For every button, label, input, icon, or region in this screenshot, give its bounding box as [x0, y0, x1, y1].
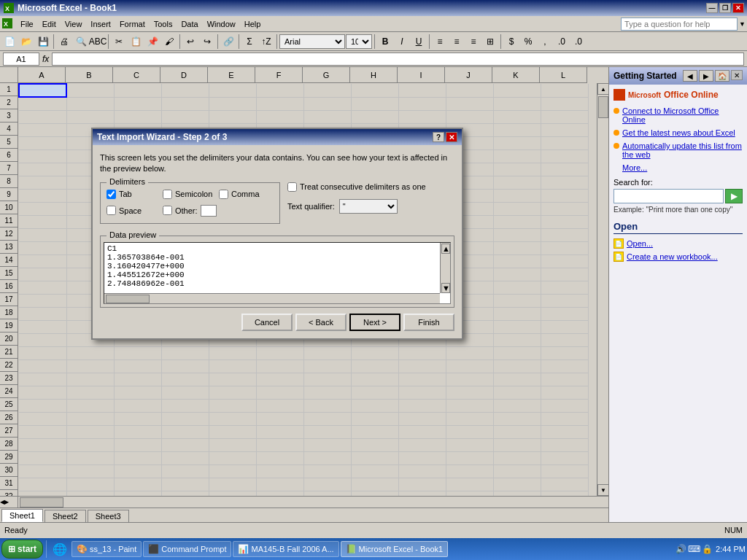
cell-I1[interactable] [398, 84, 446, 97]
preview-hscroll[interactable] [104, 293, 440, 303]
cell-G1[interactable] [303, 84, 351, 97]
cell-K8[interactable] [493, 176, 541, 189]
cell-H24[interactable] [351, 386, 398, 399]
sort-asc-button[interactable]: ↑Z [258, 34, 274, 50]
cell-B24[interactable] [66, 386, 114, 399]
back-button[interactable]: < Back [295, 314, 347, 331]
cell-J3[interactable] [446, 110, 493, 123]
cell-A11[interactable] [19, 215, 66, 228]
row-header-28[interactable]: 28 [0, 438, 18, 451]
cell-F1[interactable] [256, 84, 303, 97]
cell-B27[interactable] [66, 425, 114, 438]
row-header-25[interactable]: 25 [0, 398, 18, 411]
cell-J2[interactable] [446, 97, 493, 110]
cell-H28[interactable] [351, 438, 398, 451]
treat-consecutive-checkbox[interactable] [287, 182, 297, 192]
font-selector[interactable]: Arial [279, 34, 345, 49]
cell-I32[interactable] [398, 491, 446, 496]
cell-E23[interactable] [209, 373, 256, 386]
cell-L8[interactable] [541, 176, 588, 189]
cell-I21[interactable] [398, 346, 446, 359]
cell-C27[interactable] [114, 425, 161, 438]
menu-edit[interactable]: Edit [38, 18, 61, 30]
next-button[interactable]: Next > [349, 314, 400, 331]
cell-L12[interactable] [541, 228, 588, 241]
cell-reference-input[interactable]: A1 [3, 52, 39, 66]
cell-H29[interactable] [351, 451, 398, 464]
cell-A32[interactable] [19, 491, 66, 496]
cell-C3[interactable] [114, 110, 161, 123]
cell-F22[interactable] [256, 359, 303, 373]
cell-K17[interactable] [493, 294, 541, 307]
row-header-20[interactable]: 20 [0, 332, 18, 346]
cell-H26[interactable] [351, 412, 398, 425]
other-value-input[interactable] [201, 205, 217, 217]
row-header-19[interactable]: 19 [0, 319, 18, 332]
cell-D1[interactable] [161, 84, 209, 97]
cell-A7[interactable] [19, 163, 66, 176]
text-qualifier-select[interactable]: " {none} ' [339, 199, 398, 214]
cell-K19[interactable] [493, 320, 541, 333]
update-link-text[interactable]: Automatically update this list from the … [622, 141, 743, 159]
cell-D3[interactable] [161, 110, 209, 123]
row-header-16[interactable]: 16 [0, 280, 18, 293]
formula-input[interactable] [52, 52, 744, 66]
autosum-button[interactable]: Σ [241, 34, 258, 50]
panel-link-connect[interactable]: Connect to Microsoft Office Online [614, 106, 743, 124]
menu-insert[interactable]: Insert [86, 18, 115, 30]
cell-L10[interactable] [541, 202, 588, 215]
menu-help[interactable]: Help [240, 18, 266, 30]
cell-D24[interactable] [161, 386, 209, 399]
cell-A30[interactable] [19, 464, 66, 478]
cell-E2[interactable] [209, 97, 256, 110]
cell-G32[interactable] [303, 491, 351, 496]
preview-hscroll-thumb[interactable] [106, 295, 150, 303]
cell-K14[interactable] [493, 254, 541, 268]
taskbar-item-paint[interactable]: 🎨 ss_13 - Paint [71, 541, 142, 557]
cell-E27[interactable] [209, 425, 256, 438]
cell-K27[interactable] [493, 425, 541, 438]
col-header-G[interactable]: G [303, 67, 350, 83]
hscroll-thumb[interactable] [20, 497, 63, 508]
cell-E28[interactable] [209, 438, 256, 451]
cell-A23[interactable] [19, 373, 66, 386]
cell-D29[interactable] [161, 451, 209, 464]
cell-J22[interactable] [446, 359, 493, 373]
cell-L30[interactable] [541, 464, 588, 478]
cell-A2[interactable] [19, 97, 66, 110]
cell-L2[interactable] [541, 97, 588, 110]
preview-area[interactable]: C11.365703864e-0013.160420477e+0001.4455… [104, 242, 451, 304]
row-header-32[interactable]: 32 [0, 490, 18, 496]
cell-G3[interactable] [303, 110, 351, 123]
underline-button[interactable]: U [411, 34, 427, 50]
preview-vscroll-down[interactable]: ▼ [441, 283, 450, 293]
cell-K29[interactable] [493, 451, 541, 464]
cell-B26[interactable] [66, 412, 114, 425]
cell-A15[interactable] [19, 268, 66, 281]
cell-I24[interactable] [398, 386, 446, 399]
copy-button[interactable]: 📋 [128, 34, 144, 50]
cell-K22[interactable] [493, 359, 541, 373]
bold-button[interactable]: B [377, 34, 393, 50]
comma-style-button[interactable]: , [537, 34, 553, 50]
space-checkbox[interactable] [107, 206, 116, 215]
menu-view[interactable]: View [61, 18, 87, 30]
cell-L22[interactable] [541, 359, 588, 373]
cell-B22[interactable] [66, 359, 114, 373]
menu-file[interactable]: File [16, 18, 38, 30]
decrease-decimal-button[interactable]: .0 [570, 34, 587, 50]
cell-J28[interactable] [446, 438, 493, 451]
cell-G24[interactable] [303, 386, 351, 399]
col-header-E[interactable]: E [208, 67, 255, 83]
panel-link-update[interactable]: Automatically update this list from the … [614, 141, 743, 159]
preview-vscroll[interactable]: ▲ ▼ [440, 243, 450, 293]
cell-K25[interactable] [493, 399, 541, 412]
paste-button[interactable]: 📌 [144, 34, 160, 50]
cell-C31[interactable] [114, 478, 161, 491]
cell-J26[interactable] [446, 412, 493, 425]
sheet-tab-sheet1[interactable]: Sheet1 [1, 509, 43, 522]
cell-L19[interactable] [541, 320, 588, 333]
row-header-26[interactable]: 26 [0, 411, 18, 424]
more-link[interactable]: More... [622, 163, 743, 172]
cell-A20[interactable] [19, 333, 66, 346]
